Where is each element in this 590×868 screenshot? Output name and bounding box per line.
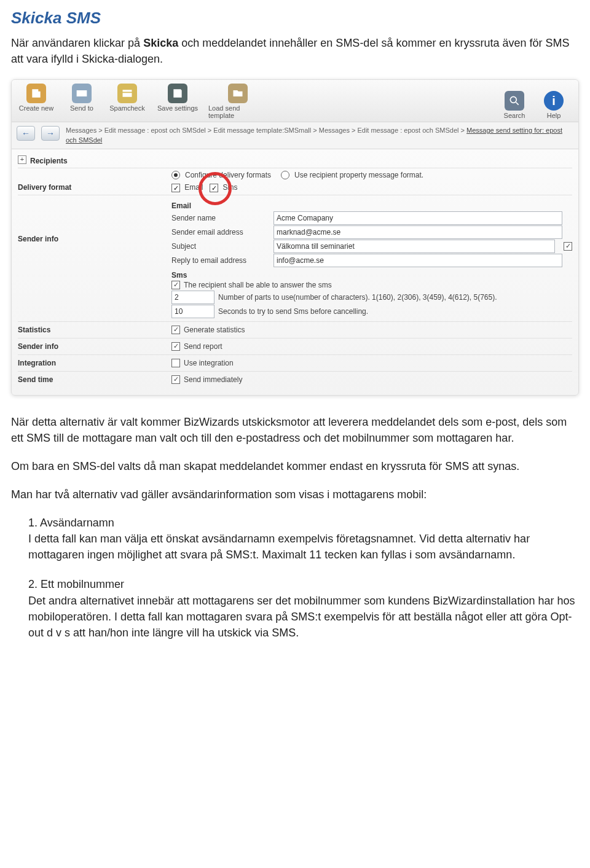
list-item-1-title: 1. Avsändarnamn: [28, 517, 114, 529]
intro-paragraph: När användaren klickar på Skicka och med…: [11, 35, 579, 67]
email-checkbox-label: Email: [184, 183, 203, 192]
svg-point-0: [510, 97, 516, 103]
recipients-label: Recipients: [30, 155, 110, 165]
back-button[interactable]: ←: [17, 126, 35, 141]
configure-delivery-label: Configure delivery formats: [185, 171, 271, 179]
use-recipient-radio[interactable]: [281, 171, 289, 179]
forward-button[interactable]: →: [41, 126, 60, 141]
sender-email-input[interactable]: [273, 225, 562, 239]
create-new-icon: [26, 84, 46, 103]
sender-info-row-2: Sender info Send report: [18, 338, 572, 354]
breadcrumb: Messages > Edit message : epost och SMSd…: [66, 126, 573, 145]
subject-label: Subject: [171, 242, 270, 251]
page-title: Skicka SMS: [11, 9, 579, 28]
reply-to-input[interactable]: [273, 254, 562, 267]
recipients-row: + Recipients: [18, 153, 572, 168]
sender-name-label: Sender name: [171, 214, 270, 222]
breadcrumb-path: Messages > Edit message : epost och SMSd…: [66, 127, 466, 134]
list-item-1: 1. Avsändarnamn I detta fall kan man väl…: [28, 515, 579, 563]
sender-name-input[interactable]: [273, 211, 562, 225]
save-settings-icon: [168, 84, 187, 103]
subject-input[interactable]: [273, 240, 555, 253]
reply-to-label: Reply to email address: [171, 256, 270, 265]
email-checkbox[interactable]: [171, 184, 180, 192]
send-to-button[interactable]: Send to: [62, 84, 101, 119]
use-recipient-label: Use recipient property message format.: [294, 171, 423, 179]
paragraph-4: Man har två alternativ vad gäller avsänd…: [11, 487, 579, 502]
load-template-button[interactable]: Load send template: [208, 84, 267, 119]
paragraph-2: När detta alternativ är valt kommer BizW…: [11, 414, 579, 446]
list-item-2-title: 2. Ett mobilnummer: [28, 578, 124, 590]
intro-pre: När användaren klickar på: [11, 37, 143, 49]
intro-bold: Skicka: [143, 37, 178, 49]
delivery-format-row: Delivery format Configure delivery forma…: [18, 168, 572, 195]
help-button[interactable]: i Help: [534, 91, 573, 119]
sms-answer-label: The recipient shall be able to answer th…: [184, 281, 332, 289]
create-new-label: Create new: [19, 104, 53, 112]
search-icon: [505, 91, 524, 111]
spamcheck-button[interactable]: Spamcheck: [108, 84, 147, 119]
sms-answer-checkbox[interactable]: [171, 281, 180, 289]
alternatives-list: 1. Avsändarnamn I detta fall kan man väl…: [11, 515, 579, 641]
send-to-icon: [72, 84, 92, 103]
sender-info-label-2: Sender info: [18, 341, 98, 351]
integration-label: Integration: [18, 358, 98, 367]
sender-info-row: Sender info Email Sender name Sender ema…: [18, 195, 572, 321]
load-template-icon: [228, 84, 248, 103]
delivery-checkboxes: Email Sms: [171, 183, 572, 192]
spamcheck-icon: [117, 84, 137, 103]
load-template-label: Load send template: [208, 104, 267, 119]
screenshot-panel: Create new Send to Spamcheck: [11, 79, 579, 396]
send-immediately-checkbox[interactable]: [171, 375, 180, 384]
integration-row: Integration Use integration: [18, 354, 572, 371]
generate-statistics-checkbox[interactable]: [171, 326, 180, 334]
spamcheck-label: Spamcheck: [109, 104, 144, 112]
send-time-label: Send time: [18, 374, 98, 384]
use-integration-checkbox[interactable]: [171, 359, 180, 367]
sms-heading: Sms: [171, 271, 572, 280]
email-heading: Email: [171, 201, 572, 210]
statistics-label: Statistics: [18, 324, 98, 334]
paragraph-3: Om bara en SMS-del valts då man skapat m…: [11, 458, 579, 474]
delivery-format-label: Delivery format: [18, 171, 98, 192]
help-icon: i: [544, 91, 564, 111]
sms-parts-input[interactable]: [171, 291, 214, 304]
send-to-label: Send to: [70, 104, 93, 112]
list-item-2-body: Det andra alternativet innebär att motta…: [28, 595, 575, 639]
save-settings-label: Save settings: [157, 104, 198, 112]
search-button[interactable]: Search: [495, 91, 534, 119]
send-report-checkbox[interactable]: [171, 342, 180, 351]
sms-checkbox[interactable]: [210, 184, 218, 192]
sender-info-label: Sender info: [18, 198, 98, 243]
list-item-2: 2. Ett mobilnummer Det andra alternative…: [28, 576, 579, 640]
configure-delivery-radio[interactable]: [171, 171, 180, 179]
help-label: Help: [547, 112, 561, 119]
use-integration-label: Use integration: [184, 359, 234, 367]
generate-statistics-label: Generate statistics: [184, 326, 245, 334]
send-report-label: Send report: [184, 342, 222, 351]
subject-toggle-checkbox[interactable]: [564, 242, 572, 251]
create-new-button[interactable]: Create new: [17, 84, 56, 119]
expand-icon[interactable]: +: [18, 155, 26, 164]
sender-email-label: Sender email address: [171, 228, 270, 237]
list-item-1-body: I detta fall kan man välja ett önskat av…: [28, 533, 530, 561]
send-immediately-label: Send immediately: [184, 375, 242, 384]
sms-parts-label: Number of parts to use(number of charact…: [218, 293, 497, 302]
sms-seconds-input[interactable]: [171, 305, 214, 318]
sms-checkbox-label: Sms: [222, 183, 237, 192]
save-settings-button[interactable]: Save settings: [153, 84, 202, 119]
statistics-row: Statistics Generate statistics: [18, 321, 572, 338]
delivery-options: Configure delivery formats Use recipient…: [171, 171, 572, 192]
toolbar: Create new Send to Spamcheck: [12, 80, 578, 122]
search-label: Search: [504, 112, 525, 119]
nav-row: ← → Messages > Edit message : epost och …: [12, 122, 578, 149]
sms-seconds-label: Seconds to try to send Sms before cancel…: [218, 307, 368, 316]
send-time-row: Send time Send immediately: [18, 371, 572, 388]
